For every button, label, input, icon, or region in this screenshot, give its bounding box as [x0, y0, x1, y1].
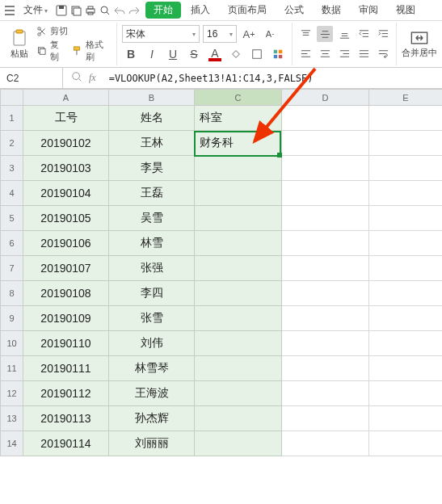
cell[interactable]: 20190102	[23, 131, 109, 156]
cell[interactable]: 张强	[109, 256, 195, 281]
cell[interactable]: 20190108	[23, 281, 109, 306]
cell[interactable]	[282, 231, 369, 256]
undo-icon[interactable]	[113, 4, 126, 17]
tab-view[interactable]: 视图	[388, 2, 423, 19]
align-right-icon[interactable]	[336, 46, 352, 62]
row-header[interactable]: 12	[1, 381, 23, 406]
cell[interactable]: 20190111	[23, 356, 109, 381]
cell[interactable]	[282, 431, 369, 456]
merge-cells-button[interactable]: 合并居中	[402, 24, 437, 64]
cell[interactable]	[195, 256, 282, 281]
cell[interactable]	[195, 281, 282, 306]
cell[interactable]	[282, 356, 369, 381]
cell[interactable]	[369, 206, 443, 231]
bold-button[interactable]: B	[122, 45, 140, 63]
col-header-c[interactable]: C	[195, 90, 282, 106]
cell[interactable]: 20190113	[23, 406, 109, 431]
cell[interactable]	[369, 256, 443, 281]
italic-button[interactable]: I	[143, 45, 161, 63]
save-icon[interactable]	[55, 4, 68, 17]
cell[interactable]	[282, 131, 369, 156]
cell[interactable]	[369, 331, 443, 356]
formula-bar[interactable]: =VLOOKUP(A2,Sheet13!A1:C14,3,FALSE)	[104, 73, 442, 84]
wrap-text-icon[interactable]	[375, 46, 391, 62]
cell-reference-box[interactable]: C2	[0, 68, 63, 88]
cell[interactable]	[195, 181, 282, 206]
tab-data[interactable]: 数据	[314, 2, 349, 19]
tab-layout[interactable]: 页面布局	[220, 2, 275, 19]
cell[interactable]: 王海波	[109, 381, 195, 406]
cell[interactable]: 20190104	[23, 181, 109, 206]
cell[interactable]: 林雪	[109, 231, 195, 256]
row-header[interactable]: 1	[1, 106, 23, 131]
cell[interactable]: 财务科	[195, 131, 282, 156]
copy-button[interactable]: 复制	[36, 39, 67, 63]
cell[interactable]: 20190107	[23, 256, 109, 281]
strike-button[interactable]: S	[185, 45, 203, 63]
tab-formula[interactable]: 公式	[276, 2, 312, 19]
row-header[interactable]: 8	[1, 281, 23, 306]
cell[interactable]	[195, 306, 282, 331]
format-painter-button[interactable]: 格式刷	[72, 39, 112, 63]
col-header-a[interactable]: A	[23, 90, 109, 106]
cell[interactable]	[369, 306, 443, 331]
select-all-corner[interactable]	[1, 90, 23, 106]
row-header[interactable]: 5	[1, 206, 23, 231]
cell[interactable]	[282, 406, 369, 431]
spreadsheet-grid[interactable]: A B C D E 1工号姓名科室220190102王林财务科320190103…	[0, 89, 442, 456]
fill-color-button[interactable]	[227, 45, 245, 63]
cell[interactable]	[369, 431, 443, 456]
cell[interactable]: 林雪琴	[109, 356, 195, 381]
col-header-b[interactable]: B	[109, 90, 195, 106]
cell[interactable]: 李四	[109, 281, 195, 306]
cell[interactable]: 20190103	[23, 156, 109, 181]
cell[interactable]	[369, 381, 443, 406]
cell[interactable]: 科室	[195, 106, 282, 131]
cell[interactable]: 20190106	[23, 231, 109, 256]
cell[interactable]	[282, 381, 369, 406]
cell[interactable]	[369, 356, 443, 381]
indent-increase-icon[interactable]	[375, 26, 391, 42]
row-header[interactable]: 9	[1, 306, 23, 331]
tab-review[interactable]: 审阅	[351, 2, 386, 19]
row-header[interactable]: 13	[1, 406, 23, 431]
cell[interactable]: 姓名	[109, 106, 195, 131]
underline-button[interactable]: U	[164, 45, 182, 63]
font-color-button[interactable]: A	[206, 45, 224, 63]
print-icon[interactable]	[84, 4, 97, 17]
cell[interactable]: 刘丽丽	[109, 431, 195, 456]
cell[interactable]	[369, 131, 443, 156]
cell[interactable]: 20190110	[23, 331, 109, 356]
increase-font-icon[interactable]: A+	[240, 25, 258, 43]
row-header[interactable]: 10	[1, 331, 23, 356]
cell[interactable]	[369, 106, 443, 131]
align-bottom-icon[interactable]	[336, 26, 352, 42]
cell[interactable]	[282, 306, 369, 331]
align-top-icon[interactable]	[297, 26, 314, 42]
align-left-icon[interactable]	[297, 46, 314, 62]
cell[interactable]	[282, 206, 369, 231]
align-middle-icon[interactable]	[317, 26, 333, 42]
cell[interactable]	[369, 156, 443, 181]
cell[interactable]	[282, 281, 369, 306]
row-header[interactable]: 2	[1, 131, 23, 156]
redo-icon[interactable]	[128, 4, 141, 17]
row-header[interactable]: 6	[1, 231, 23, 256]
cell[interactable]: 王磊	[109, 181, 195, 206]
preview-icon[interactable]	[99, 4, 112, 17]
cell[interactable]	[195, 431, 282, 456]
cell[interactable]: 李昊	[109, 156, 195, 181]
savecopy-icon[interactable]	[69, 4, 82, 17]
cell[interactable]	[195, 231, 282, 256]
cell[interactable]: 王林	[109, 131, 195, 156]
indent-decrease-icon[interactable]	[356, 26, 372, 42]
paste-button[interactable]: 粘贴	[5, 23, 33, 65]
menu-icon[interactable]	[3, 4, 16, 17]
col-header-e[interactable]: E	[369, 90, 443, 106]
row-header[interactable]: 4	[1, 181, 23, 206]
cell[interactable]	[282, 106, 369, 131]
row-header[interactable]: 11	[1, 356, 23, 381]
file-menu[interactable]: 文件	[18, 3, 53, 17]
cell[interactable]: 孙杰辉	[109, 406, 195, 431]
tab-home[interactable]: 开始	[145, 2, 181, 19]
